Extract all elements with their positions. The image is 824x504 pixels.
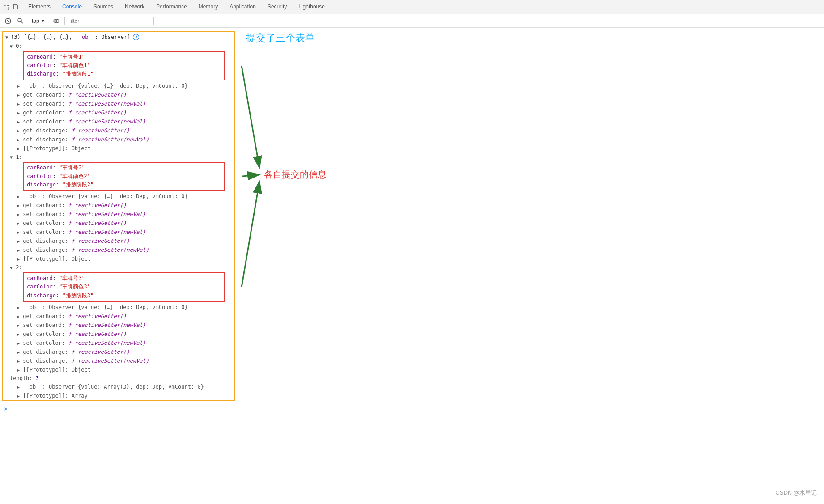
obj0-set-carboard[interactable]: ▶ set carBoard: f reactiveSetter(newVal) bbox=[17, 99, 234, 108]
filter-icon-button[interactable] bbox=[16, 17, 25, 25]
obj2-details: ▶ __ob__: Observer {value: {…}, dep: Dep… bbox=[10, 303, 234, 374]
section-2-label[interactable]: ▼ 2: bbox=[10, 263, 234, 271]
obj0-get-discharge[interactable]: ▶ get discharge: f reactiveGetter() bbox=[17, 126, 234, 135]
tab-sources[interactable]: Sources bbox=[88, 1, 119, 13]
svg-line-1 bbox=[7, 20, 9, 22]
tab-performance[interactable]: Performance bbox=[151, 1, 192, 13]
annotation-panel: 提交了三个表单 各自提交的信息 bbox=[237, 28, 824, 504]
array-header-text: (3) [{…}, {…}, {…}, _ob_ : Observer] bbox=[11, 34, 130, 40]
obj1-carcolor: carColor: "车牌颜色2" bbox=[27, 172, 221, 181]
obj0-highlight: carBoard: "车牌号1" carColor: "车牌颜色1" disch… bbox=[23, 51, 225, 80]
obj2-set-discharge[interactable]: ▶ set discharge: f reactiveSetter(newVal… bbox=[17, 356, 234, 365]
console-log-area: ▼ (3) [{…}, {…}, {…}, _ob_ : Observer] i… bbox=[0, 28, 237, 416]
obj2-highlight: carBoard: "车牌号3" carColor: "车牌颜色3" disch… bbox=[23, 272, 225, 302]
obj2-get-discharge[interactable]: ▶ get discharge: f reactiveGetter() bbox=[17, 347, 234, 356]
clear-console-button[interactable] bbox=[4, 17, 13, 25]
obj0-carcolor: carColor: "车牌颜色1" bbox=[27, 61, 221, 70]
obj2-get-carboard[interactable]: ▶ get carBoard: f reactiveGetter() bbox=[17, 312, 234, 321]
chevron-down-icon: ▼ bbox=[41, 19, 45, 23]
obj1-set-carboard[interactable]: ▶ set carBoard: f reactiveSetter(newVal) bbox=[17, 210, 234, 219]
device-icon[interactable]: ⧠ bbox=[12, 4, 18, 11]
obj1-set-carcolor[interactable]: ▶ set carColor: f reactiveSetter(newVal) bbox=[17, 228, 234, 237]
svg-line-3 bbox=[21, 21, 23, 23]
array-triangle: ▼ bbox=[5, 35, 8, 40]
svg-point-5 bbox=[55, 20, 57, 22]
tab-lighthouse[interactable]: Lighthouse bbox=[293, 1, 330, 13]
section-1-label[interactable]: ▼ 1: bbox=[10, 153, 234, 161]
obj2-carboard: carBoard: "车牌号3" bbox=[27, 274, 221, 283]
info-icon[interactable]: i bbox=[133, 34, 139, 40]
section-0: ▼ ▼ 0:0: carBoard: "车牌号1" carColor: "车牌颜… bbox=[3, 42, 234, 153]
prototype-array-line[interactable]: ▶ [[Prototype]]: Array bbox=[10, 391, 234, 400]
obj0-discharge: discharge: "排放阶段1" bbox=[27, 70, 221, 78]
obj1-get-carcolor[interactable]: ▶ get carColor: f reactiveGetter() bbox=[17, 219, 234, 228]
devtools-tab-bar: ⬚ ⧠ Elements Console Sources Network Per… bbox=[0, 0, 824, 14]
obj1-highlight: carBoard: "车牌号2" carColor: "车牌颜色2" disch… bbox=[23, 162, 225, 191]
section-1: ▼ 1: carBoard: "车牌号2" carColor: "车牌颜色2" … bbox=[3, 153, 234, 264]
csdn-watermark: CSDN @水星记 bbox=[775, 489, 817, 497]
annotation-info: 各自提交的信息 bbox=[264, 169, 327, 181]
obj0-get-carcolor[interactable]: ▶ get carColor: f reactiveGetter() bbox=[17, 108, 234, 117]
obj2-set-carboard[interactable]: ▶ set carBoard: f reactiveSetter(newVal) bbox=[17, 321, 234, 330]
svg-line-7 bbox=[242, 66, 259, 168]
obj2-get-carcolor[interactable]: ▶ get carColor: f reactiveGetter() bbox=[17, 330, 234, 339]
obj0-prototype[interactable]: ▶ [[Prototype]]: Object bbox=[17, 144, 234, 153]
context-selector[interactable]: top ▼ bbox=[29, 17, 48, 25]
tab-application[interactable]: Application bbox=[224, 1, 261, 13]
svg-line-9 bbox=[242, 182, 259, 287]
tab-security[interactable]: Security bbox=[262, 1, 292, 13]
obj0-ob[interactable]: ▶ __ob__: Observer {value: {…}, dep: Dep… bbox=[17, 81, 234, 90]
array-header[interactable]: ▼ (3) [{…}, {…}, {…}, _ob_ : Observer] i bbox=[3, 32, 234, 42]
array-output-container: ▼ (3) [{…}, {…}, {…}, _ob_ : Observer] i… bbox=[2, 31, 235, 401]
obj0-details: ▶ __ob__: Observer {value: {…}, dep: Dep… bbox=[10, 81, 234, 153]
svg-point-2 bbox=[18, 18, 21, 22]
obj1-prototype[interactable]: ▶ [[Prototype]]: Object bbox=[17, 254, 234, 263]
length-line: length: 3 bbox=[3, 374, 234, 382]
arrows-svg bbox=[237, 28, 824, 504]
ob-bottom-line[interactable]: ▶ __ob__: Observer {value: Array(3), dep… bbox=[10, 382, 234, 391]
section-0-label[interactable]: ▼ ▼ 0:0: bbox=[10, 42, 234, 50]
inspect-icon[interactable]: ⬚ bbox=[4, 4, 9, 11]
tab-network[interactable]: Network bbox=[119, 1, 150, 13]
console-content: ▼ (3) [{…}, {…}, {…}, _ob_ : Observer] i… bbox=[0, 28, 824, 504]
console-toolbar: top ▼ bbox=[0, 14, 824, 28]
prompt-arrow: > bbox=[4, 405, 7, 412]
obj0-set-discharge[interactable]: ▶ set discharge: f reactiveSetter(newVal… bbox=[17, 135, 234, 144]
obj0-carboard: carBoard: "车牌号1" bbox=[27, 53, 221, 61]
console-prompt[interactable]: > bbox=[0, 403, 237, 414]
obj1-discharge: discharge: "排放阶段2" bbox=[27, 181, 221, 189]
obj2-set-carcolor[interactable]: ▶ set carColor: f reactiveSetter(newVal) bbox=[17, 339, 234, 347]
obj1-get-carboard[interactable]: ▶ get carBoard: f reactiveGetter() bbox=[17, 201, 234, 210]
obj1-carboard: carBoard: "车牌号2" bbox=[27, 164, 221, 172]
obj1-get-discharge[interactable]: ▶ get discharge: f reactiveGetter() bbox=[17, 237, 234, 246]
tab-elements[interactable]: Elements bbox=[23, 1, 56, 13]
obj2-carcolor: carColor: "车牌颜色3" bbox=[27, 283, 221, 291]
obj2-discharge: discharge: "排放阶段3" bbox=[27, 292, 221, 300]
obj2-prototype[interactable]: ▶ [[Prototype]]: Object bbox=[17, 365, 234, 374]
obj0-get-carboard[interactable]: ▶ get carBoard: f reactiveGetter() bbox=[17, 90, 234, 99]
obj1-details: ▶ __ob__: Observer {value: {…}, dep: Dep… bbox=[10, 192, 234, 263]
tab-memory[interactable]: Memory bbox=[193, 1, 223, 13]
filter-input[interactable] bbox=[64, 17, 154, 25]
obj1-ob[interactable]: ▶ __ob__: Observer {value: {…}, dep: Dep… bbox=[17, 192, 234, 201]
console-panel: ▼ (3) [{…}, {…}, {…}, _ob_ : Observer] i… bbox=[0, 28, 237, 504]
tab-console[interactable]: Console bbox=[57, 1, 87, 13]
eye-icon-button[interactable] bbox=[52, 17, 61, 25]
annotation-title: 提交了三个表单 bbox=[246, 31, 315, 45]
section-2: ▼ 2: carBoard: "车牌号3" carColor: "车牌颜色3" … bbox=[3, 263, 234, 374]
svg-line-8 bbox=[242, 175, 259, 177]
obj1-set-discharge[interactable]: ▶ set discharge: f reactiveSetter(newVal… bbox=[17, 246, 234, 254]
context-label: top bbox=[32, 18, 39, 24]
obj2-ob[interactable]: ▶ __ob__: Observer {value: {…}, dep: Dep… bbox=[17, 303, 234, 312]
obj0-set-carcolor[interactable]: ▶ set carColor: f reactiveSetter(newVal) bbox=[17, 117, 234, 126]
ob-bottom: ▶ __ob__: Observer {value: Array(3), dep… bbox=[3, 382, 234, 400]
